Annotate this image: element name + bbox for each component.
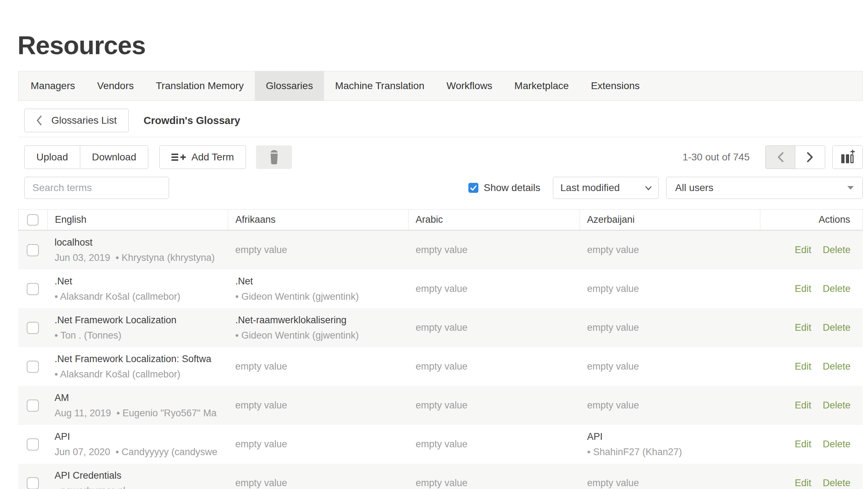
edit-link[interactable]: Edit	[795, 361, 811, 372]
cell-english: .Net Framework Localization • Ton . (Ton…	[47, 308, 228, 347]
cell-afrikaans: .Net-raamwerklokalisering • Gideon Wenti…	[228, 308, 409, 347]
row-checkbox[interactable]	[27, 477, 39, 489]
cell-afrikaans: .Net • Gideon Wentink (gjwentink)	[228, 269, 409, 308]
term-text: .Net	[235, 275, 409, 287]
upload-button[interactable]: Upload	[24, 145, 80, 169]
pagination-range-label: 1-30 out of 745	[683, 145, 750, 169]
delete-link[interactable]: Delete	[823, 361, 851, 372]
chevron-down-icon	[645, 186, 652, 190]
caret-down-icon	[847, 186, 854, 190]
row-checkbox[interactable]	[27, 438, 39, 451]
cell-english: API Credentials • powerburner-nl	[47, 464, 228, 489]
empty-value: empty value	[587, 322, 761, 333]
edit-link[interactable]: Edit	[795, 283, 811, 294]
download-button[interactable]: Download	[80, 145, 149, 169]
tab-workflows[interactable]: Workflows	[435, 71, 503, 101]
delete-link[interactable]: Delete	[823, 244, 851, 256]
term-meta: • Alaksandr Košal (callmebor)	[55, 290, 228, 303]
row-check-cell	[18, 269, 47, 308]
row-checkbox[interactable]	[27, 400, 39, 412]
chevron-left-icon	[36, 115, 42, 126]
tab-translation-memory[interactable]: Translation Memory	[145, 71, 255, 101]
resources-tabbar: Managers Vendors Translation Memory Glos…	[18, 71, 863, 101]
row-checkbox[interactable]	[27, 361, 39, 373]
glossary-title: Crowdin's Glossary	[144, 115, 240, 127]
delete-link[interactable]: Delete	[823, 322, 851, 333]
empty-value: empty value	[587, 361, 761, 372]
cell-azerbaijani: empty value	[580, 347, 761, 386]
row-check-cell	[18, 386, 47, 425]
delete-selected-button[interactable]	[256, 145, 292, 169]
glossaries-list-label: Glossaries List	[51, 115, 117, 126]
tab-marketplace[interactable]: Marketplace	[503, 71, 580, 101]
tab-managers[interactable]: Managers	[20, 71, 86, 101]
empty-value: empty value	[587, 478, 761, 489]
search-input[interactable]	[24, 177, 169, 199]
term-text: .Net Framework Localization	[55, 314, 228, 326]
empty-value: empty value	[416, 400, 580, 411]
cell-afrikaans: empty value	[228, 386, 409, 425]
delete-link[interactable]: Delete	[823, 283, 851, 294]
term-text: API Credentials	[55, 469, 228, 482]
table-row: .Net Framework Localization • Ton . (Ton…	[18, 308, 863, 347]
check-icon	[470, 185, 477, 191]
show-details-toggle[interactable]: Show details	[468, 177, 540, 199]
edit-link[interactable]: Edit	[795, 322, 811, 333]
cell-arabic: empty value	[409, 464, 580, 489]
row-checkbox[interactable]	[27, 283, 39, 295]
glossary-toolbar: Upload Download Add Term 1-30 out of 745	[0, 145, 868, 169]
cell-afrikaans: empty value	[228, 425, 409, 464]
row-checkbox[interactable]	[27, 322, 39, 334]
cell-azerbaijani: API • ShahinF27 (Khan27)	[580, 425, 761, 464]
tab-vendors[interactable]: Vendors	[86, 71, 145, 101]
term-meta: • powerburner-nl	[55, 485, 228, 489]
cell-english: localhost Jun 03, 2019 • Khrystyna (khry…	[47, 231, 228, 269]
cell-actions: Edit Delete	[761, 464, 863, 489]
delete-link[interactable]: Delete	[823, 400, 851, 411]
cell-actions: Edit Delete	[761, 231, 863, 269]
row-checkbox[interactable]	[27, 244, 39, 256]
empty-value: empty value	[587, 400, 761, 411]
cell-actions: Edit Delete	[761, 386, 863, 425]
cell-english: .Net Framework Localization: Softwa • Al…	[47, 347, 228, 386]
tab-machine-translation[interactable]: Machine Translation	[324, 71, 436, 101]
glossary-terms-table: English Afrikaans Arabic Azerbaijani Act…	[18, 209, 863, 489]
cell-arabic: empty value	[409, 308, 580, 347]
empty-value: empty value	[235, 244, 409, 256]
delete-link[interactable]: Delete	[823, 478, 851, 489]
tab-extensions[interactable]: Extensions	[580, 71, 651, 101]
select-all-checkbox[interactable]	[27, 214, 38, 226]
edit-link[interactable]: Edit	[795, 478, 811, 489]
table-row: .Net Framework Localization: Softwa • Al…	[18, 347, 863, 386]
term-text: .Net Framework Localization: Softwa	[55, 353, 228, 365]
add-term-button[interactable]: Add Term	[159, 145, 246, 169]
cell-actions: Edit Delete	[761, 425, 863, 464]
cell-actions: Edit Delete	[761, 308, 863, 347]
cell-actions: Edit Delete	[761, 269, 863, 308]
prev-page-button[interactable]	[765, 145, 795, 169]
glossaries-list-back-button[interactable]: Glossaries List	[24, 109, 129, 132]
empty-value: empty value	[416, 361, 580, 372]
term-meta: • Alaksandr Košal (callmebor)	[55, 368, 228, 380]
edit-link[interactable]: Edit	[795, 439, 811, 450]
cell-english: AM Aug 11, 2019 • Eugenio "Ryo567" Ma	[47, 386, 228, 425]
row-check-cell	[18, 464, 47, 489]
cell-azerbaijani: empty value	[580, 464, 761, 489]
tab-glossaries[interactable]: Glossaries	[255, 71, 324, 101]
term-meta: • ShahinF27 (Khan27)	[587, 446, 761, 458]
delete-link[interactable]: Delete	[823, 439, 851, 450]
table-row: localhost Jun 03, 2019 • Khrystyna (khry…	[18, 231, 863, 269]
sort-select[interactable]: Last modified	[553, 177, 659, 199]
empty-value: empty value	[587, 283, 761, 294]
edit-link[interactable]: Edit	[795, 400, 811, 411]
show-details-label: Show details	[484, 182, 540, 194]
column-header-english: English	[48, 210, 228, 230]
term-meta: Jun 07, 2020 • Candyyyyy (candyswe	[55, 446, 228, 458]
users-filter-select[interactable]: All users	[666, 177, 863, 199]
edit-link[interactable]: Edit	[795, 244, 811, 256]
next-page-button[interactable]	[795, 145, 825, 169]
manage-columns-button[interactable]	[832, 145, 863, 169]
term-meta: Aug 11, 2019 • Eugenio "Ryo567" Ma	[55, 407, 228, 419]
chevron-right-icon	[806, 151, 814, 163]
section-divider	[18, 137, 863, 137]
